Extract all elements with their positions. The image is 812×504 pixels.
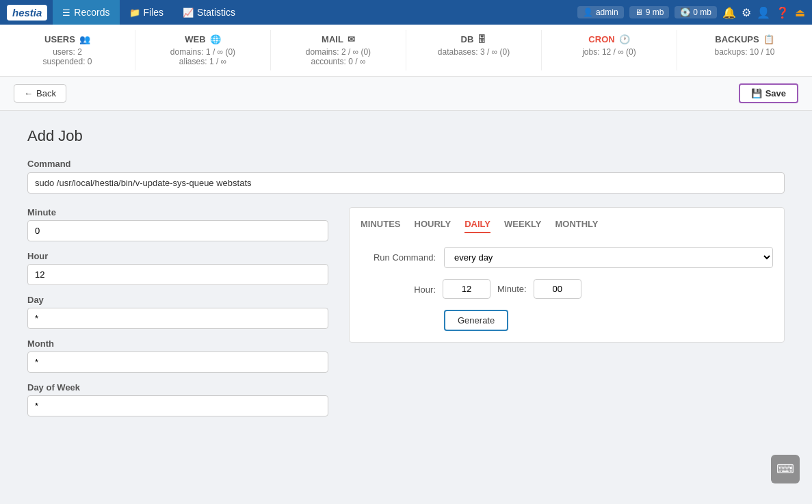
stat-users[interactable]: USERS 👥 users: 2 suspended: 0 <box>0 30 135 70</box>
day-group: Day <box>27 295 328 329</box>
cron-stat-icon: 🕐 <box>619 34 630 44</box>
web-stat-label: WEB <box>185 34 205 44</box>
users-stat-icon: 👥 <box>79 34 90 44</box>
stat-backups[interactable]: BACKUPS 📋 backups: 10 / 10 <box>677 30 812 70</box>
run-command-select[interactable]: every day every weekday every weekend <box>444 247 773 268</box>
db-stat-val1: databases: 3 / ∞ (0) <box>413 47 534 57</box>
db-stat-icon: 🗄 <box>477 34 486 44</box>
day-label: Day <box>27 295 328 305</box>
dow-label: Day of Week <box>27 382 328 393</box>
hdd1-icon: 🖥 <box>635 8 643 17</box>
hour-group: Hour <box>27 251 328 285</box>
keyboard-icon: ⌨ <box>776 462 794 477</box>
save-button[interactable]: 💾 Save <box>739 83 798 103</box>
user-badge: 👤 admin <box>577 6 624 18</box>
cron-stat-val1: jobs: 12 / ∞ (0) <box>549 47 670 57</box>
month-group: Month <box>27 339 328 373</box>
logout-icon[interactable]: ⏏ <box>795 6 805 19</box>
form-scheduler-row: Minute Hour Day Month Day of Week <box>27 207 785 426</box>
minute-input[interactable] <box>27 220 328 241</box>
mail-stat-val2: accounts: 0 / ∞ <box>278 57 399 66</box>
tab-daily[interactable]: DAILY <box>464 219 490 233</box>
page-title: Add Job <box>27 127 785 145</box>
logo[interactable]: hestia <box>7 5 47 21</box>
save-icon: 💾 <box>751 88 762 98</box>
records-icon <box>62 7 70 18</box>
minute-label: Minute <box>27 207 328 217</box>
nav-item-records[interactable]: Records <box>53 0 119 25</box>
month-input[interactable] <box>27 352 328 373</box>
month-label: Month <box>27 339 328 349</box>
back-arrow-icon: ← <box>24 88 33 98</box>
help-icon[interactable]: ❓ <box>776 6 789 19</box>
back-button[interactable]: ← Back <box>14 84 66 103</box>
nav-item-files[interactable]: Files <box>120 0 174 25</box>
generate-button[interactable]: Generate <box>444 310 508 331</box>
action-bar: ← Back 💾 Save <box>0 77 812 111</box>
users-stat-val2: suspended: 0 <box>7 57 128 66</box>
stat-db[interactable]: DB 🗄 databases: 3 / ∞ (0) <box>406 30 542 70</box>
users-stat-val1: users: 2 <box>7 47 128 57</box>
scheduler-hour-label: Hour: <box>414 284 436 295</box>
backups-stat-val1: backups: 10 / 10 <box>684 47 805 57</box>
files-icon <box>129 7 140 18</box>
mail-stat-label: MAIL <box>322 34 343 44</box>
scheduler-minute-input[interactable] <box>534 279 581 299</box>
stat-cron[interactable]: CRON 🕐 jobs: 12 / ∞ (0) <box>542 30 677 70</box>
stat-web[interactable]: WEB 🌐 domains: 1 / ∞ (0) aliases: 1 / ∞ <box>135 30 271 70</box>
dow-group: Day of Week <box>27 382 328 416</box>
scheduler-tabs: MINUTES HOURLY DAILY WEEKLY MONTHLY <box>361 219 773 233</box>
hour-input[interactable] <box>27 264 328 285</box>
stats-bar: USERS 👥 users: 2 suspended: 0 WEB 🌐 doma… <box>0 25 812 77</box>
nav-item-statistics[interactable]: Statistics <box>173 0 245 25</box>
db-stat-label: DB <box>461 34 474 44</box>
dow-input[interactable] <box>27 395 328 416</box>
web-stat-val1: domains: 1 / ∞ (0) <box>142 47 263 57</box>
command-group: Command <box>27 159 785 194</box>
top-nav: hestia Records Files Statistics 👤 admin … <box>0 0 812 25</box>
form-fields: Minute Hour Day Month Day of Week <box>27 207 328 426</box>
main-content: Add Job Command Minute Hour Day Month <box>0 111 812 488</box>
tab-weekly[interactable]: WEEKLY <box>504 219 541 233</box>
tab-minutes[interactable]: MINUTES <box>361 219 401 233</box>
gear-icon[interactable]: ⚙ <box>742 6 751 19</box>
web-stat-val2: aliases: 1 / ∞ <box>142 57 263 66</box>
mail-stat-val1: domains: 2 / ∞ (0) <box>278 47 399 57</box>
web-stat-icon: 🌐 <box>210 34 221 44</box>
cron-stat-label: CRON <box>588 34 614 44</box>
account-icon[interactable]: 👤 <box>757 6 770 19</box>
users-stat-label: USERS <box>44 34 75 44</box>
hour-label: Hour <box>27 251 328 261</box>
nav-right: 👤 admin 🖥 9 mb 💽 0 mb 🔔 ⚙ 👤 ❓ ⏏ <box>577 6 805 19</box>
run-command-label: Run Command: <box>361 252 436 263</box>
scroll-indicator[interactable]: ⌨ <box>771 455 800 483</box>
hdd2-icon: 💽 <box>680 8 690 17</box>
generate-btn-row: Generate <box>361 310 773 331</box>
mail-stat-icon: ✉ <box>348 34 355 44</box>
user-icon: 👤 <box>583 8 593 17</box>
bell-icon[interactable]: 🔔 <box>722 6 736 19</box>
scheduler-minute-label: Minute: <box>497 284 527 294</box>
scheduler-hour-input[interactable] <box>443 279 490 299</box>
statistics-icon <box>183 7 194 18</box>
tab-hourly[interactable]: HOURLY <box>415 219 451 233</box>
run-command-row: Run Command: every day every weekday eve… <box>361 247 773 268</box>
stat-mail[interactable]: MAIL ✉ domains: 2 / ∞ (0) accounts: 0 / … <box>271 30 406 70</box>
tab-monthly[interactable]: MONTHLY <box>555 219 598 233</box>
backups-stat-icon: 📋 <box>763 34 774 44</box>
backups-stat-label: BACKUPS <box>715 34 759 44</box>
hour-minute-row: Hour: Minute: <box>361 279 773 299</box>
mem1-badge: 🖥 9 mb <box>629 6 670 18</box>
day-input[interactable] <box>27 308 328 329</box>
mem2-badge: 💽 0 mb <box>675 6 717 18</box>
command-input[interactable] <box>27 172 785 194</box>
minute-group: Minute <box>27 207 328 241</box>
command-label: Command <box>27 159 785 169</box>
scheduler-panel: MINUTES HOURLY DAILY WEEKLY MONTHLY Run … <box>349 207 785 343</box>
